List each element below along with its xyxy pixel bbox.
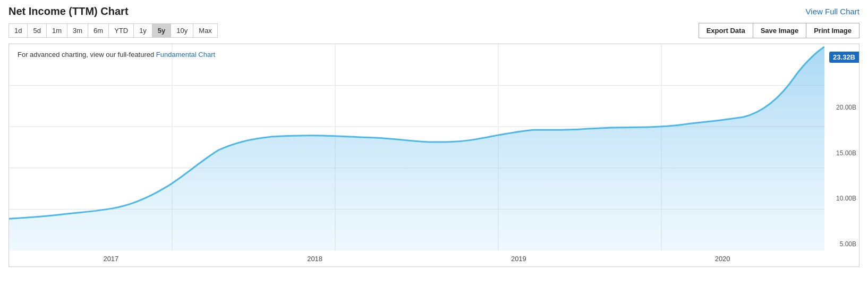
x-label-2020: 2020 [715,255,730,263]
chart-svg [9,44,824,250]
y-label-20b: 20.00B [827,104,856,111]
time-btn-5y[interactable]: 5y [152,24,171,37]
x-axis: 2017 2018 2019 2020 [9,250,824,266]
action-buttons-group: Export DataSave ImagePrint Image [699,23,860,38]
y-label-5b: 5.00B [827,240,856,248]
y-label-10b: 10.00B [827,195,856,202]
x-label-2017: 2017 [103,255,118,263]
fundamental-chart-link[interactable]: Fundamental Chart [156,51,215,59]
time-btn-max[interactable]: Max [193,24,217,37]
view-full-chart-link[interactable]: View Full Chart [806,7,860,16]
chart-area: For advanced charting, view our full-fea… [8,44,860,267]
time-btn-6m[interactable]: 6m [88,24,109,37]
time-btn-5d[interactable]: 5d [28,24,46,37]
chart-title: Net Income (TTM) Chart [8,5,129,18]
time-btn-ytd[interactable]: YTD [109,24,134,37]
time-btn-3m[interactable]: 3m [67,24,88,37]
time-btn-10y[interactable]: 10y [171,24,193,37]
time-btn-1m[interactable]: 1m [47,24,67,37]
current-value-badge: 23.32B [829,52,859,63]
time-period-selector: 1d5d1m3m6mYTD1y5y10yMax [8,23,218,38]
y-label-15b: 15.00B [827,149,856,157]
time-btn-1y[interactable]: 1y [134,24,152,37]
action-btn-export-data[interactable]: Export Data [699,23,753,38]
x-label-2018: 2018 [307,255,322,263]
time-btn-1d[interactable]: 1d [9,24,28,37]
y-axis: 20.00B 15.00B 10.00B 5.00B [824,44,859,250]
action-btn-print-image[interactable]: Print Image [806,23,860,38]
action-btn-save-image[interactable]: Save Image [753,23,806,38]
chart-notice: For advanced charting, view our full-fea… [18,51,215,59]
x-label-2019: 2019 [511,255,526,263]
